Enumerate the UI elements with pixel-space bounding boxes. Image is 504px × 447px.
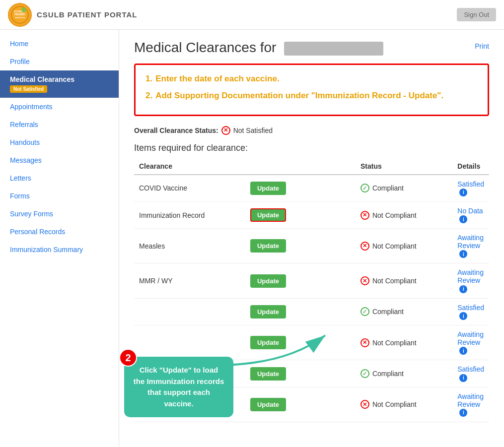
update-button[interactable]: Update [250,208,286,222]
patient-name-blurred [284,42,383,56]
instruction-item-1: Enter the date of each vaccine. [145,73,478,85]
clearance-btn-cell: Update [245,263,356,298]
section-heading: Items required for clearance: [134,143,489,153]
table-row: Update✓CompliantSatisfiedi [134,298,489,325]
detail-link[interactable]: Satisfiedi [457,365,484,381]
update-button[interactable]: Update [250,274,286,288]
header-right: Sign Out [457,8,496,21]
sidebar: HomeProfileMedical ClearancesNot Satisfi… [0,30,119,447]
clearance-status: ✕Not Compliant [356,387,452,422]
detail-link[interactable]: Awaiting Reviewi [457,392,484,416]
status-text: Not Compliant [372,211,417,219]
svg-text:Health: Health [14,12,25,16]
clearance-status: ✓Compliant [356,298,452,325]
overall-status-label: Overall Clearance Status: [134,127,218,134]
col-header-clearance: Clearance [134,158,245,175]
sidebar-item-personal-records[interactable]: Personal Records [0,223,119,241]
status-text: Compliant [372,184,404,192]
page-title-text: Medical Clearances for [134,40,276,55]
clearance-btn-cell: Update [245,387,356,422]
col-header-details: Details [452,158,489,175]
clearance-details[interactable]: Awaiting Reviewi [452,229,489,263]
sidebar-item-appointments[interactable]: Appointments [0,98,119,116]
compliant-icon: ✓ [360,307,369,316]
info-icon: i [459,347,467,355]
status-text: Not Compliant [372,242,417,250]
sidebar-item-handouts[interactable]: Handouts [0,133,119,151]
compliant-icon: ✓ [360,184,369,192]
clearance-details[interactable]: Satisfiedi [452,175,489,202]
clearance-status: ✕Not Compliant [356,201,452,228]
sidebar-item-forms[interactable]: Forms [0,187,119,205]
clearance-btn-cell: Update [245,229,356,263]
not-compliant-icon: ✕ [360,400,369,409]
clearance-btn-cell: Update [245,201,356,228]
update-button[interactable]: Update [250,239,286,253]
layout: HomeProfileMedical ClearancesNot Satisfi… [0,30,504,447]
logo-area: STUDENT Health SERVICES CSULB PATIENT PO… [8,3,138,27]
instruction-item-2: Add Supporting Documentation under "Immu… [145,90,478,102]
sidebar-item-home[interactable]: Home [0,35,119,53]
info-icon: i [459,374,467,382]
user-button[interactable]: Sign Out [457,8,496,21]
overall-status-value: Not Satisfied [233,127,273,134]
update-button[interactable]: Update [250,398,286,411]
info-icon: i [459,312,467,320]
not-compliant-icon: ✕ [360,242,369,251]
clearance-btn-cell: Update [245,298,356,325]
info-icon: i [459,189,467,196]
col-header-status: Status [356,158,452,175]
instructions-list: Enter the date of each vaccine.Add Suppo… [145,73,478,102]
clearance-details[interactable]: Awaiting Reviewi [452,263,489,298]
not-satisfied-icon: ✕ [221,126,230,135]
status-text: Compliant [372,370,404,378]
table-row: Immunization RecordUpdate✕Not CompliantN… [134,201,489,228]
status-text: Not Compliant [372,400,417,408]
clearance-status: ✓Compliant [356,360,452,387]
header: STUDENT Health SERVICES CSULB PATIENT PO… [0,0,504,30]
clearance-status: ✕Not Compliant [356,229,452,263]
clearance-details[interactable]: Satisfiedi [452,298,489,325]
callout-bubble: 2 Click "Update" to load the Immunizatio… [124,357,233,417]
status-text: Compliant [372,308,404,316]
callout-text: Click "Update" to load the Immunization … [134,366,224,408]
svg-text:SERVICES: SERVICES [15,16,25,19]
update-button[interactable]: Update [250,305,286,319]
clearance-name [134,298,245,325]
detail-link[interactable]: Satisfiedi [457,304,484,319]
clearance-details[interactable]: No Datai [452,201,489,228]
info-icon: i [459,215,467,223]
table-row: MMR / WYUpdate✕Not CompliantAwaiting Rev… [134,263,489,298]
detail-link[interactable]: Satisfiedi [457,180,484,196]
health-logo: STUDENT Health SERVICES [8,3,32,27]
callout-number: 2 [119,349,137,367]
info-icon: i [459,285,467,293]
update-button[interactable]: Update [250,182,286,195]
clearance-name: Immunization Record [134,201,245,228]
clearance-details[interactable]: Awaiting Reviewi [452,387,489,422]
sidebar-item-immunization-summary[interactable]: Immunization Summary [0,241,119,258]
not-compliant-icon: ✕ [360,338,369,347]
not-satisfied-badge: Not Satisfied [10,85,47,93]
overall-status: Overall Clearance Status: ✕ Not Satisfie… [134,126,489,135]
detail-link[interactable]: Awaiting Reviewi [457,234,484,257]
table-row: COVID VaccineUpdate✓CompliantSatisfiedi [134,175,489,202]
sidebar-item-letters[interactable]: Letters [0,169,119,187]
sidebar-item-messages[interactable]: Messages [0,151,119,169]
clearance-details[interactable]: Satisfiedi [452,360,489,387]
col-header-btn [245,158,356,175]
sidebar-item-referrals[interactable]: Referrals [0,116,119,133]
print-link[interactable]: Print [475,42,489,50]
clearance-details[interactable]: Awaiting Reviewi [452,325,489,360]
instructions-box: Enter the date of each vaccine.Add Suppo… [134,64,489,116]
sidebar-item-profile[interactable]: Profile [0,53,119,70]
clearance-btn-cell: Update [245,175,356,202]
detail-link[interactable]: Awaiting Reviewi [457,268,484,292]
page-title: Medical Clearances for [134,40,489,56]
sidebar-item-survey-forms[interactable]: Survey Forms [0,205,119,223]
clearance-status: ✓Compliant [356,175,452,202]
clearance-status: ✕Not Compliant [356,263,452,298]
detail-link[interactable]: Awaiting Reviewi [457,330,484,354]
sidebar-item-medical-clearances[interactable]: Medical ClearancesNot Satisfied [0,70,119,98]
detail-link[interactable]: No Datai [457,207,483,223]
